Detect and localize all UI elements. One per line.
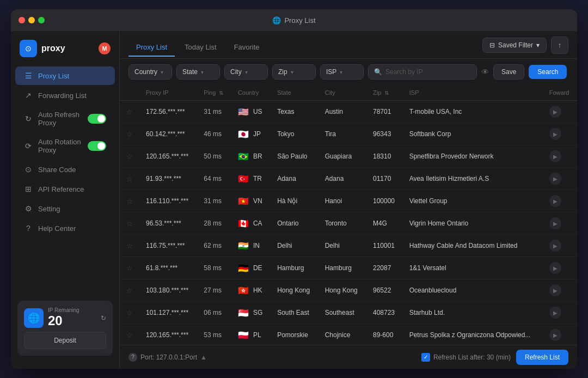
star-icon[interactable]: ☆ <box>126 286 133 295</box>
isp-filter[interactable]: ISP ▾ <box>320 64 364 80</box>
auto-rotation-toggle[interactable] <box>88 141 106 151</box>
help-icon[interactable]: ? <box>128 353 137 362</box>
country-cell: 🇩🇪 DE <box>231 257 271 279</box>
sidebar-item-auto-refresh-proxy[interactable]: ↻ Auto Refresh Proxy <box>15 106 115 132</box>
city-cell: Chojnice <box>318 324 366 345</box>
forward-cell: ▶ <box>543 123 577 145</box>
forwarding-icon: ↗ <box>24 91 33 100</box>
forward-cell: ▶ <box>543 168 577 190</box>
search-input[interactable] <box>385 68 471 76</box>
forward-button[interactable]: ▶ <box>549 307 561 319</box>
isp-cell: Viettel Group <box>403 190 543 212</box>
sidebar-item-api-reference[interactable]: ⊞ API Reference <box>15 180 115 198</box>
port-label: Port: 127.0.0.1:Port <box>140 353 197 361</box>
state-filter[interactable]: State ▾ <box>176 64 220 80</box>
forward-button[interactable]: ▶ <box>549 173 561 185</box>
country-cell: 🇻🇳 VN <box>231 190 271 212</box>
refresh-list-button[interactable]: Refresh List <box>516 350 568 365</box>
ip-count: 20 <box>48 313 96 328</box>
minimize-button[interactable] <box>28 17 35 23</box>
isp-cell: T-mobile USA, Inc <box>403 101 543 123</box>
city-filter[interactable]: City ▾ <box>224 64 268 80</box>
state-cell: São Paulo <box>271 145 318 168</box>
ping-cell: 28 ms <box>197 212 231 235</box>
saved-filter-button[interactable]: ⊟ Saved Filter ▾ <box>482 38 547 53</box>
search-box[interactable]: 🔍 <box>368 64 477 80</box>
sidebar-item-help-center[interactable]: ? Help Center <box>15 219 115 237</box>
proxy-ip-cell: 172.56.***.*** <box>139 101 197 123</box>
table-row: ☆ 120.165.***.*** 53 ms 🇵🇱 PL Pomorskie … <box>120 324 577 345</box>
isp-cell: Starhub Ltd. <box>403 302 543 324</box>
search-button[interactable]: Search <box>529 65 567 79</box>
zip-cell: 96522 <box>366 279 403 302</box>
ip-card: 🌐 IP Remaning 20 ↻ Deposit <box>17 301 113 356</box>
forward-cell: ▶ <box>543 212 577 235</box>
star-icon[interactable]: ☆ <box>126 197 133 205</box>
star-icon[interactable]: ☆ <box>126 331 133 339</box>
zip-filter[interactable]: Zip ▾ <box>272 64 316 80</box>
star-icon[interactable]: ☆ <box>126 153 133 161</box>
sidebar-item-forwarding-list[interactable]: ↗ Forwarding List <box>15 86 115 105</box>
col-isp: ISP <box>403 85 543 101</box>
forward-button[interactable]: ▶ <box>549 128 561 140</box>
isp-cell: 1&1 Versatel <box>403 257 543 279</box>
forward-button[interactable]: ▶ <box>549 217 561 229</box>
forward-button[interactable]: ▶ <box>549 329 561 341</box>
tab-proxy-list[interactable]: Proxy List <box>128 39 175 57</box>
state-cell: South East <box>271 302 318 324</box>
star-icon[interactable]: ☆ <box>126 130 133 138</box>
sidebar-item-share-code[interactable]: ⊙ Share Code <box>15 160 115 179</box>
export-icon-button[interactable]: ↑ <box>551 36 568 54</box>
isp-cell: Spnetfibra Provedor Nerwork <box>403 145 543 168</box>
sidebar-item-proxy-list[interactable]: ☰ Proxy List <box>15 66 115 85</box>
city-cell: Austin <box>318 101 366 123</box>
forward-button[interactable]: ▶ <box>549 195 561 207</box>
star-icon[interactable]: ☆ <box>126 242 133 250</box>
eye-icon-button[interactable]: 👁 <box>481 68 489 76</box>
star-icon[interactable]: ☆ <box>126 220 133 228</box>
ip-card-top: 🌐 IP Remaning 20 ↻ <box>24 307 106 328</box>
save-button[interactable]: Save <box>493 64 524 80</box>
ip-info: IP Remaning 20 <box>48 307 96 328</box>
isp-cell: Hathway Cable And Datacom Limited <box>403 235 543 257</box>
deposit-button[interactable]: Deposit <box>24 332 106 349</box>
port-expand-icon[interactable]: ▲ <box>200 353 207 361</box>
star-icon[interactable]: ☆ <box>126 175 133 183</box>
star-icon[interactable]: ☆ <box>126 309 133 317</box>
sidebar-item-setting[interactable]: ⚙ Setting <box>15 199 115 218</box>
tab-today-list[interactable]: Today List <box>177 39 224 57</box>
check-icon[interactable]: ✓ <box>421 353 430 362</box>
table-row: ☆ 120.165.***.*** 50 ms 🇧🇷 BR São Paulo … <box>120 145 577 168</box>
close-button[interactable] <box>19 17 25 23</box>
proxy-ip-cell: 116.75.***.*** <box>139 235 197 257</box>
chevron-down-icon: ▾ <box>245 69 248 75</box>
country-filter[interactable]: Country ▾ <box>128 64 172 80</box>
star-icon[interactable]: ☆ <box>126 264 133 272</box>
table-row: ☆ 96.53.***.*** 28 ms 🇨🇦 CA Ontario Toro… <box>120 212 577 235</box>
sidebar-item-label: Auto Rotation Proxy <box>38 138 82 154</box>
forward-button[interactable]: ▶ <box>549 106 561 118</box>
maximize-button[interactable] <box>38 17 45 23</box>
refresh-count-icon[interactable]: ↻ <box>101 314 106 322</box>
sidebar-item-label: Setting <box>38 205 60 213</box>
city-cell: Hanoi <box>318 190 366 212</box>
tab-favorite[interactable]: Favorite <box>226 39 267 57</box>
chevron-down-icon: ▾ <box>291 69 293 75</box>
auto-refresh-toggle[interactable] <box>88 114 106 124</box>
forward-button[interactable]: ▶ <box>549 240 561 252</box>
city-cell: Hamburg <box>318 257 366 279</box>
sidebar-item-auto-rotation-proxy[interactable]: ⟳ Auto Rotation Proxy <box>15 133 115 159</box>
forward-button[interactable]: ▶ <box>549 262 561 274</box>
sidebar-bottom: 🌐 IP Remaning 20 ↻ Deposit <box>11 294 119 362</box>
country-cell: 🇯🇵 JP <box>231 123 271 145</box>
filters-row: Country ▾ State ▾ City ▾ Zip ▾ ISP ▾ <box>120 59 577 85</box>
col-zip[interactable]: Zip ⇅ <box>366 85 403 101</box>
sort-icon: ⇅ <box>384 90 389 96</box>
country-cell: 🇧🇷 BR <box>231 145 271 168</box>
zip-cell: 22087 <box>366 257 403 279</box>
star-icon[interactable]: ☆ <box>126 108 133 116</box>
forward-button[interactable]: ▶ <box>549 150 561 162</box>
forward-button[interactable]: ▶ <box>549 284 561 296</box>
user-badge[interactable]: M <box>99 42 111 54</box>
col-ping[interactable]: Ping ⇅ <box>197 85 231 101</box>
